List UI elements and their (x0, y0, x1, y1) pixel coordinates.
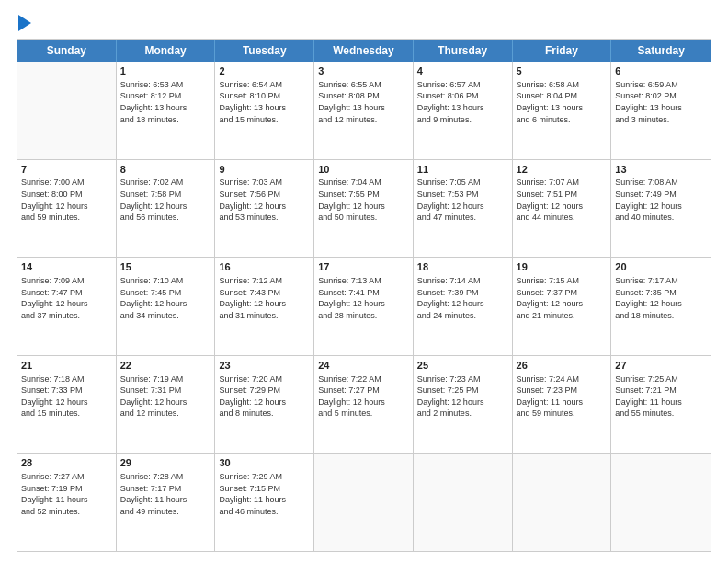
day-info: Sunrise: 7:20 AMSunset: 7:29 PMDaylight:… (219, 373, 310, 419)
calendar-day-1: 1Sunrise: 6:53 AMSunset: 8:12 PMDaylight… (117, 62, 216, 159)
day-info: Sunrise: 7:10 AMSunset: 7:45 PMDaylight:… (120, 275, 211, 321)
day-number: 20 (615, 260, 707, 274)
calendar-day-4: 4Sunrise: 6:57 AMSunset: 8:06 PMDaylight… (414, 62, 513, 159)
day-info: Sunrise: 7:22 AMSunset: 7:27 PMDaylight:… (318, 373, 409, 419)
day-info: Sunrise: 7:18 AMSunset: 7:33 PMDaylight:… (21, 373, 112, 419)
day-info: Sunrise: 7:25 AMSunset: 7:21 PMDaylight:… (615, 373, 707, 419)
day-info: Sunrise: 7:08 AMSunset: 7:49 PMDaylight:… (615, 177, 707, 223)
day-number: 11 (417, 163, 508, 177)
day-info: Sunrise: 7:17 AMSunset: 7:35 PMDaylight:… (615, 275, 707, 321)
calendar-day-3: 3Sunrise: 6:55 AMSunset: 8:08 PMDaylight… (314, 62, 414, 159)
calendar-day-2: 2Sunrise: 6:54 AMSunset: 8:10 PMDaylight… (215, 62, 314, 159)
calendar-empty-cell (314, 454, 414, 551)
day-number: 25 (417, 359, 508, 373)
header-day-wednesday: Wednesday (314, 40, 414, 62)
day-number: 13 (615, 163, 707, 177)
calendar-day-14: 14Sunrise: 7:09 AMSunset: 7:47 PMDayligh… (17, 258, 117, 355)
calendar-day-17: 17Sunrise: 7:13 AMSunset: 7:41 PMDayligh… (314, 258, 414, 355)
day-info: Sunrise: 7:04 AMSunset: 7:55 PMDaylight:… (318, 177, 409, 223)
day-info: Sunrise: 7:15 AMSunset: 7:37 PMDaylight:… (517, 275, 608, 321)
day-info: Sunrise: 7:14 AMSunset: 7:39 PMDaylight:… (417, 275, 508, 321)
day-info: Sunrise: 7:28 AMSunset: 7:17 PMDaylight:… (120, 471, 211, 517)
day-number: 16 (219, 260, 310, 274)
header-day-sunday: Sunday (17, 40, 117, 62)
calendar-empty-cell (17, 62, 117, 159)
day-number: 5 (517, 64, 608, 78)
calendar-day-27: 27Sunrise: 7:25 AMSunset: 7:21 PMDayligh… (611, 356, 711, 454)
page-header (17, 17, 711, 31)
day-number: 3 (318, 64, 409, 78)
day-info: Sunrise: 6:54 AMSunset: 8:10 PMDaylight:… (219, 79, 310, 125)
calendar-day-10: 10Sunrise: 7:04 AMSunset: 7:55 PMDayligh… (314, 160, 414, 258)
calendar-day-28: 28Sunrise: 7:27 AMSunset: 7:19 PMDayligh… (17, 454, 117, 551)
logo (17, 17, 31, 31)
day-number: 27 (615, 359, 707, 373)
calendar-day-6: 6Sunrise: 6:59 AMSunset: 8:02 PMDaylight… (611, 62, 711, 159)
calendar-day-21: 21Sunrise: 7:18 AMSunset: 7:33 PMDayligh… (17, 356, 117, 454)
header-day-friday: Friday (513, 40, 612, 62)
day-number: 18 (417, 260, 508, 274)
calendar-empty-cell (611, 454, 711, 551)
day-number: 26 (517, 359, 608, 373)
day-info: Sunrise: 7:27 AMSunset: 7:19 PMDaylight:… (21, 471, 112, 517)
day-number: 14 (21, 260, 112, 274)
calendar-header: SundayMondayTuesdayWednesdayThursdayFrid… (17, 40, 711, 62)
calendar-week-3: 14Sunrise: 7:09 AMSunset: 7:47 PMDayligh… (17, 257, 711, 355)
day-info: Sunrise: 7:02 AMSunset: 7:58 PMDaylight:… (120, 177, 211, 223)
calendar-day-26: 26Sunrise: 7:24 AMSunset: 7:23 PMDayligh… (513, 356, 612, 454)
calendar-day-29: 29Sunrise: 7:28 AMSunset: 7:17 PMDayligh… (117, 454, 216, 551)
day-info: Sunrise: 7:13 AMSunset: 7:41 PMDaylight:… (318, 275, 409, 321)
calendar-day-19: 19Sunrise: 7:15 AMSunset: 7:37 PMDayligh… (513, 258, 612, 355)
calendar-empty-cell (513, 454, 612, 551)
calendar-day-20: 20Sunrise: 7:17 AMSunset: 7:35 PMDayligh… (611, 258, 711, 355)
day-info: Sunrise: 7:19 AMSunset: 7:31 PMDaylight:… (120, 373, 211, 419)
day-number: 12 (517, 163, 608, 177)
logo-arrow-icon (18, 15, 31, 31)
calendar-week-5: 28Sunrise: 7:27 AMSunset: 7:19 PMDayligh… (17, 453, 711, 551)
calendar-day-24: 24Sunrise: 7:22 AMSunset: 7:27 PMDayligh… (314, 356, 414, 454)
calendar-day-22: 22Sunrise: 7:19 AMSunset: 7:31 PMDayligh… (117, 356, 216, 454)
calendar-day-13: 13Sunrise: 7:08 AMSunset: 7:49 PMDayligh… (611, 160, 711, 258)
day-number: 29 (120, 456, 211, 470)
day-number: 7 (21, 163, 112, 177)
day-number: 21 (21, 359, 112, 373)
day-info: Sunrise: 7:12 AMSunset: 7:43 PMDaylight:… (219, 275, 310, 321)
calendar-week-4: 21Sunrise: 7:18 AMSunset: 7:33 PMDayligh… (17, 355, 711, 454)
calendar-empty-cell (414, 454, 513, 551)
day-info: Sunrise: 7:29 AMSunset: 7:15 PMDaylight:… (219, 471, 310, 517)
day-number: 2 (219, 64, 310, 78)
day-info: Sunrise: 7:24 AMSunset: 7:23 PMDaylight:… (517, 373, 608, 419)
calendar-day-15: 15Sunrise: 7:10 AMSunset: 7:45 PMDayligh… (117, 258, 216, 355)
day-number: 17 (318, 260, 409, 274)
calendar-body: 1Sunrise: 6:53 AMSunset: 8:12 PMDaylight… (17, 62, 711, 551)
day-number: 23 (219, 359, 310, 373)
header-day-tuesday: Tuesday (215, 40, 314, 62)
calendar-day-25: 25Sunrise: 7:23 AMSunset: 7:25 PMDayligh… (414, 356, 513, 454)
calendar-day-8: 8Sunrise: 7:02 AMSunset: 7:58 PMDaylight… (117, 160, 216, 258)
day-number: 28 (21, 456, 112, 470)
day-info: Sunrise: 7:00 AMSunset: 8:00 PMDaylight:… (21, 177, 112, 223)
day-info: Sunrise: 7:07 AMSunset: 7:51 PMDaylight:… (517, 177, 608, 223)
day-info: Sunrise: 7:03 AMSunset: 7:56 PMDaylight:… (219, 177, 310, 223)
day-number: 24 (318, 359, 409, 373)
header-day-saturday: Saturday (611, 40, 711, 62)
day-number: 19 (517, 260, 608, 274)
day-info: Sunrise: 6:57 AMSunset: 8:06 PMDaylight:… (417, 79, 508, 125)
calendar-day-7: 7Sunrise: 7:00 AMSunset: 8:00 PMDaylight… (17, 160, 117, 258)
day-info: Sunrise: 7:05 AMSunset: 7:53 PMDaylight:… (417, 177, 508, 223)
header-day-monday: Monday (117, 40, 216, 62)
calendar-week-2: 7Sunrise: 7:00 AMSunset: 8:00 PMDaylight… (17, 159, 711, 258)
day-number: 9 (219, 163, 310, 177)
calendar-week-1: 1Sunrise: 6:53 AMSunset: 8:12 PMDaylight… (17, 62, 711, 159)
calendar-day-5: 5Sunrise: 6:58 AMSunset: 8:04 PMDaylight… (513, 62, 612, 159)
calendar-day-11: 11Sunrise: 7:05 AMSunset: 7:53 PMDayligh… (414, 160, 513, 258)
day-info: Sunrise: 7:09 AMSunset: 7:47 PMDaylight:… (21, 275, 112, 321)
day-number: 15 (120, 260, 211, 274)
day-number: 1 (120, 64, 211, 78)
day-number: 8 (120, 163, 211, 177)
day-info: Sunrise: 6:53 AMSunset: 8:12 PMDaylight:… (120, 79, 211, 125)
day-info: Sunrise: 6:59 AMSunset: 8:02 PMDaylight:… (615, 79, 707, 125)
calendar-day-16: 16Sunrise: 7:12 AMSunset: 7:43 PMDayligh… (215, 258, 314, 355)
day-number: 4 (417, 64, 508, 78)
day-info: Sunrise: 6:55 AMSunset: 8:08 PMDaylight:… (318, 79, 409, 125)
